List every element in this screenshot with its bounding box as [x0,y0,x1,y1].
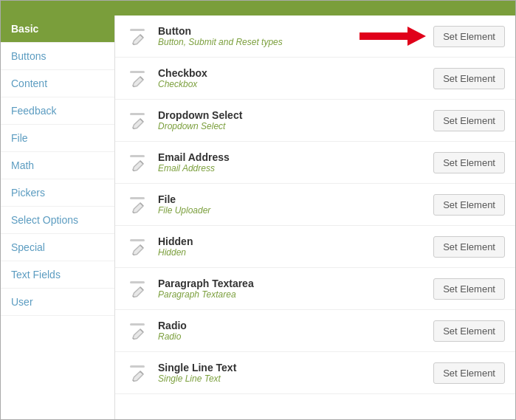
element-icon [125,275,152,302]
element-desc: Email Address [158,163,433,173]
sidebar-item-feedback[interactable]: Feedback [1,97,114,125]
sidebar: BasicButtonsContentFeedbackFileMathPicke… [1,16,115,419]
element-name: Button [158,25,360,37]
element-desc: Button, Submit and Reset types [158,37,360,47]
element-text: CheckboxCheckbox [158,67,433,89]
sidebar-item-content[interactable]: Content [1,70,114,97]
sidebar-item-special[interactable]: Special [1,234,114,261]
element-icon [125,107,152,134]
element-desc: Dropdown Select [158,121,433,131]
table-row: Single Line TextSingle Line TextSet Elem… [115,352,515,394]
element-desc: Radio [158,331,433,342]
set-element-button[interactable]: Set Element [433,362,505,384]
element-name: Hidden [158,235,433,247]
sidebar-item-pickers[interactable]: Pickers [1,179,114,207]
set-element-button[interactable]: Set Element [433,320,505,342]
element-icon [125,65,152,92]
modal-header [1,1,515,16]
set-element-button[interactable]: Set Element [433,236,505,258]
element-desc: Single Line Text [158,373,433,384]
element-text: Email AddressEmail Address [158,151,433,173]
modal-body: BasicButtonsContentFeedbackFileMathPicke… [1,16,515,419]
sidebar-item-basic[interactable]: Basic [1,16,114,43]
element-desc: Hidden [158,247,433,258]
set-element-button[interactable]: Set Element [433,110,505,131]
element-text: Dropdown SelectDropdown Select [158,109,433,131]
set-element-button[interactable]: Set Element [433,194,505,216]
sidebar-item-user[interactable]: User [1,289,114,316]
sidebar-item-text-fields[interactable]: Text Fields [1,261,114,289]
table-row: CheckboxCheckboxSet Element [115,58,515,100]
sidebar-item-math[interactable]: Math [1,152,114,179]
element-name: Radio [158,320,433,331]
table-row: HiddenHiddenSet Element [115,226,515,268]
element-icon [125,233,152,260]
table-row: FileFile UploaderSet Element [115,184,515,226]
element-name: Paragraph Textarea [158,278,433,289]
set-element-button[interactable]: Set Element [433,278,505,300]
element-icon [125,317,152,344]
element-icon [125,149,152,176]
element-icon [125,23,152,49]
svg-marker-0 [360,27,426,46]
element-icon [125,359,152,386]
content-area: ButtonButton, Submit and Reset types Set… [115,16,515,419]
element-text: Single Line TextSingle Line Text [158,362,433,384]
element-text: RadioRadio [158,320,433,342]
set-element-button[interactable]: Set Element [433,68,505,89]
elements-modal: BasicButtonsContentFeedbackFileMathPicke… [0,0,516,420]
sidebar-item-buttons[interactable]: Buttons [1,43,114,70]
table-row: ButtonButton, Submit and Reset types Set… [115,16,515,58]
element-desc: Paragraph Textarea [158,289,433,300]
set-element-button[interactable]: Set Element [433,26,505,47]
element-text: HiddenHidden [158,235,433,258]
sidebar-item-select-options[interactable]: Select Options [1,207,114,234]
arrow-indicator [360,25,426,47]
element-text: FileFile Uploader [158,193,433,216]
table-row: Paragraph TextareaParagraph TextareaSet … [115,268,515,310]
element-name: Email Address [158,151,433,163]
element-name: File [158,193,433,205]
element-text: Paragraph TextareaParagraph Textarea [158,278,433,300]
set-element-button[interactable]: Set Element [433,152,505,173]
element-desc: Checkbox [158,79,433,89]
element-name: Checkbox [158,67,433,79]
element-name: Dropdown Select [158,109,433,121]
element-text: ButtonButton, Submit and Reset types [158,25,360,47]
element-icon [125,191,152,218]
table-row: Email AddressEmail AddressSet Element [115,142,515,184]
element-name: Single Line Text [158,362,433,373]
element-desc: File Uploader [158,205,433,216]
table-row: Dropdown SelectDropdown SelectSet Elemen… [115,100,515,142]
table-row: RadioRadioSet Element [115,310,515,352]
sidebar-item-file[interactable]: File [1,125,114,152]
